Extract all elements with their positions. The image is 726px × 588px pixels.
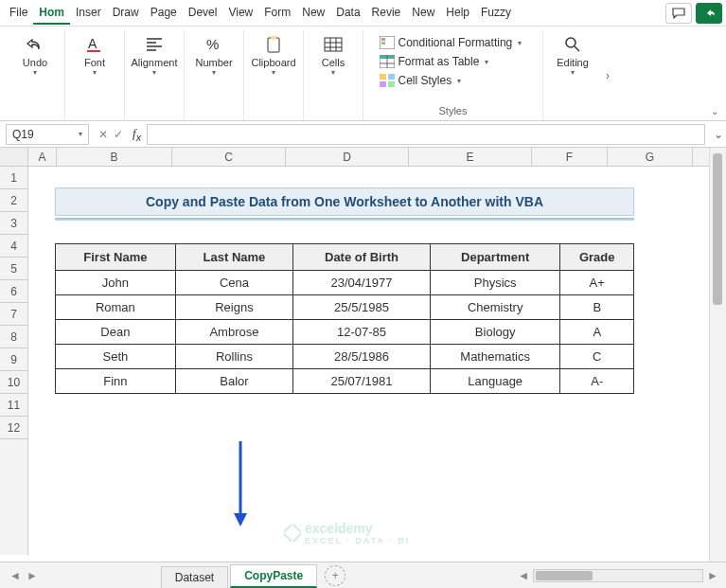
- menu-hom[interactable]: Hom: [33, 2, 70, 25]
- chevron-down-icon: ▾: [79, 130, 82, 138]
- row-header-8[interactable]: 8: [0, 326, 27, 348]
- table-icon: [380, 54, 395, 69]
- svg-text:%: %: [206, 36, 219, 52]
- table-cell[interactable]: A: [560, 320, 634, 345]
- row-header-9[interactable]: 9: [0, 348, 27, 371]
- fx-icon[interactable]: fx: [127, 126, 147, 143]
- col-header-B[interactable]: B: [57, 148, 172, 166]
- menu-devel[interactable]: Devel: [183, 2, 223, 25]
- table-cell[interactable]: Biology: [430, 320, 560, 345]
- sheet-tab-dataset[interactable]: Dataset: [161, 566, 228, 588]
- tab-nav-next[interactable]: ►: [27, 569, 38, 582]
- svg-rect-3: [268, 38, 279, 52]
- menu-new[interactable]: New: [406, 2, 440, 25]
- menu-data[interactable]: Data: [330, 2, 365, 25]
- select-all-corner[interactable]: [0, 148, 28, 166]
- font-button[interactable]: A Font▾: [71, 34, 118, 77]
- group-font: A Font▾: [65, 30, 125, 120]
- collapse-ribbon-button[interactable]: ⌄: [711, 106, 718, 116]
- table-cell[interactable]: 12-07-85: [293, 320, 431, 345]
- table-cell[interactable]: 25/07/1981: [293, 369, 431, 394]
- table-cell[interactable]: Mathematics: [430, 345, 560, 369]
- col-header-C[interactable]: C: [172, 148, 286, 166]
- menu-inser[interactable]: Inser: [70, 2, 107, 25]
- sheet-tab-copypaste[interactable]: CopyPaste: [230, 564, 317, 588]
- number-button[interactable]: % Number▾: [190, 34, 238, 77]
- undo-button[interactable]: Undo▾: [11, 34, 59, 77]
- table-cell[interactable]: Finn: [56, 369, 176, 394]
- table-cell[interactable]: A-: [560, 369, 634, 394]
- table-cell[interactable]: Roman: [56, 295, 176, 320]
- row-header-2[interactable]: 2: [0, 189, 27, 212]
- conditional-formatting-button[interactable]: Conditional Formatting▾: [378, 34, 529, 51]
- row-header-12[interactable]: 12: [0, 417, 27, 439]
- menu-revie[interactable]: Revie: [366, 2, 407, 25]
- row-header-1[interactable]: 1: [0, 167, 27, 189]
- col-header-F[interactable]: F: [532, 148, 608, 166]
- row-header-4[interactable]: 4: [0, 235, 27, 258]
- formula-expand-button[interactable]: ⌄: [711, 128, 726, 141]
- col-header-G[interactable]: G: [608, 148, 693, 166]
- menu-file[interactable]: File: [4, 2, 33, 25]
- table-cell[interactable]: Balor: [175, 369, 292, 394]
- table-cell[interactable]: B: [560, 295, 634, 320]
- table-cell[interactable]: 28/5/1986: [293, 345, 431, 369]
- table-cell[interactable]: Dean: [56, 320, 176, 345]
- row-header-3[interactable]: 3: [0, 212, 27, 235]
- group-styles: Conditional Formatting▾ Format as Table▾…: [363, 30, 543, 120]
- formula-input[interactable]: [147, 124, 705, 145]
- table-cell[interactable]: Cena: [175, 271, 292, 295]
- ribbon-overflow-button[interactable]: ›: [602, 30, 613, 120]
- column-headers: ABCDEFG: [0, 148, 726, 167]
- cells-button[interactable]: Cells▾: [310, 34, 357, 77]
- horizontal-scrollbar[interactable]: ◄ ►: [345, 569, 726, 582]
- row-header-5[interactable]: 5: [0, 258, 27, 280]
- menu-help[interactable]: Help: [440, 2, 475, 25]
- tab-nav-prev[interactable]: ◄: [9, 569, 21, 582]
- col-header-A[interactable]: A: [28, 148, 57, 166]
- table-cell[interactable]: Chemistry: [430, 295, 560, 320]
- cell-styles-button[interactable]: Cell Styles▾: [378, 72, 529, 89]
- svg-rect-13: [380, 81, 386, 87]
- table-cell[interactable]: Language: [430, 369, 560, 394]
- editing-button[interactable]: Editing▾: [549, 34, 596, 77]
- vertical-scrollbar[interactable]: [709, 148, 726, 561]
- table-header: First Name: [56, 244, 176, 271]
- col-header-D[interactable]: D: [286, 148, 409, 166]
- accept-formula-button[interactable]: ✓: [114, 128, 123, 141]
- menu-fuzzy[interactable]: Fuzzy: [475, 2, 517, 25]
- watermark: exceldemy EXCEL · DATA · BI: [284, 521, 410, 545]
- clipboard-button[interactable]: Clipboard▾: [250, 34, 297, 77]
- cancel-formula-button[interactable]: ✕: [98, 128, 108, 141]
- menu-page[interactable]: Page: [145, 2, 183, 25]
- comments-button[interactable]: [665, 3, 692, 24]
- share-button[interactable]: [696, 3, 722, 24]
- cells-area[interactable]: Copy and Paste Data from One Worksheet t…: [28, 167, 726, 555]
- table-header: Grade: [560, 244, 634, 271]
- name-box[interactable]: Q19 ▾: [6, 124, 89, 145]
- table-cell[interactable]: 23/04/1977: [293, 271, 431, 295]
- table-cell[interactable]: Ambrose: [175, 320, 292, 345]
- table-cell[interactable]: Rollins: [175, 345, 292, 369]
- table-cell[interactable]: Reigns: [175, 295, 292, 320]
- table-cell[interactable]: A+: [560, 271, 634, 295]
- ribbon: Undo▾ A Font▾ Alignment▾ % Number▾ Clipb…: [0, 27, 726, 121]
- add-sheet-button[interactable]: +: [325, 565, 345, 586]
- row-header-10[interactable]: 10: [0, 371, 27, 394]
- table-cell[interactable]: Seth: [56, 345, 176, 369]
- menu-form[interactable]: Form: [258, 2, 296, 25]
- menu-new[interactable]: New: [296, 2, 330, 25]
- svg-text:A: A: [88, 36, 97, 51]
- col-header-E[interactable]: E: [409, 148, 532, 166]
- menu-view[interactable]: View: [222, 2, 258, 25]
- menu-draw[interactable]: Draw: [107, 2, 145, 25]
- table-cell[interactable]: 25/5/1985: [293, 295, 431, 320]
- format-as-table-button[interactable]: Format as Table▾: [378, 53, 529, 70]
- row-header-7[interactable]: 7: [0, 303, 27, 326]
- row-header-6[interactable]: 6: [0, 280, 27, 303]
- row-header-11[interactable]: 11: [0, 394, 27, 417]
- table-cell[interactable]: John: [56, 271, 176, 295]
- table-cell[interactable]: Physics: [430, 271, 560, 295]
- table-cell[interactable]: C: [560, 345, 634, 369]
- alignment-button[interactable]: Alignment▾: [131, 34, 178, 77]
